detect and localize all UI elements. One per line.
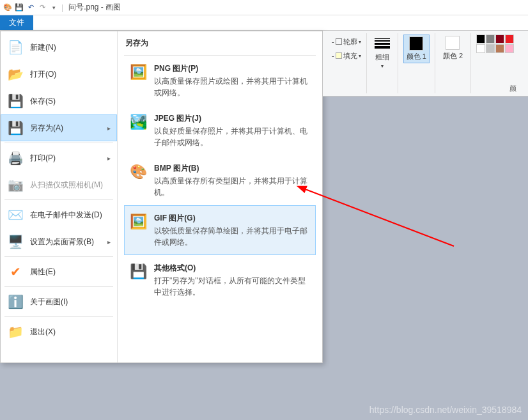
undo-icon[interactable]: ↶ [26,3,36,13]
printer-icon: 🖨️ [7,150,24,166]
file-menu-left: 📄 新建(N) 📂 打开(O) 💾 保存(S) 💾 另存为(A) ▸ 🖨️ 打印… [1,31,118,362]
menu-label: 在电子邮件中发送(D) [30,210,102,221]
menu-open[interactable]: 📂 打开(O) [1,61,117,88]
save-icon[interactable]: 💾 [14,3,24,13]
new-file-icon: 📄 [7,39,24,56]
menu-label: 保存(S) [30,96,56,107]
menu-email[interactable]: ✉️ 在电子邮件中发送(D) [1,201,117,228]
menu-label: 退出(X) [30,327,56,338]
saveas-bmp[interactable]: 🎨 BMP 图片(B) 以高质量保存所有类型图片，并将其用于计算机。 [124,155,316,205]
separator [4,256,113,257]
saveas-other[interactable]: 💾 其他格式(O) 打开"另存为"对话框，从所有可能的文件类型中进行选择。 [124,255,316,305]
colors-group-label: 颜 [471,84,519,93]
separator [4,143,113,143]
ribbon-group-color2: 颜色 2 [435,33,471,93]
color2-swatch [446,36,460,50]
saveas-png[interactable]: 🖼️ PNG 图片(P) 以高质量保存照片或绘图，并将其用于计算机或网络。 [124,56,316,105]
exit-icon: 📁 [7,323,24,340]
email-icon: ✉️ [7,206,24,223]
save-disk-icon: 💾 [7,93,24,109]
menu-label: 新建(N) [30,42,56,53]
palette-swatch[interactable] [495,35,504,43]
separator [4,286,113,287]
ribbon-group-palette: 颜 [471,33,519,93]
menu-label: 属性(E) [30,267,56,277]
menu-label: 打印(P) [30,153,56,164]
palette-swatch[interactable] [495,44,504,53]
menu-save[interactable]: 💾 保存(S) [1,88,117,114]
saveas-gif[interactable]: 🖼️ GIF 图片(G) 以较低质量保存简单绘图，并将其用于电子邮件或网络。 [124,205,316,255]
menu-about[interactable]: ℹ️ 关于画图(I) [1,288,117,315]
saveas-text: 其他格式(O) 打开"另存为"对话框，从所有可能的文件类型中进行选择。 [154,262,311,298]
ribbon-group-thickness: 粗细 ▾ [367,33,398,93]
file-menu: 📄 新建(N) 📂 打开(O) 💾 保存(S) 💾 另存为(A) ▸ 🖨️ 打印… [0,31,323,363]
gif-file-icon: 🖼️ [128,212,148,231]
ribbon-tabs: 文件 [0,15,528,31]
saveas-submenu: 另存为 🖼️ PNG 图片(P) 以高质量保存照片或绘图，并将其用于计算机或网络… [118,31,322,362]
color1-button[interactable]: 颜色 1 [403,35,430,63]
menu-print[interactable]: 🖨️ 打印(P) ▸ [1,144,117,171]
bmp-file-icon: 🎨 [128,162,148,182]
outline-dropdown[interactable]: - 轮廓 ▾ [332,35,361,49]
desktop-icon: 🖥️ [7,233,24,250]
separator [4,199,113,200]
submenu-arrow-icon: ▸ [107,155,111,162]
saveas-header: 另存为 [124,35,316,56]
submenu-arrow-icon: ▸ [107,125,111,132]
ribbon-group-color1: 颜色 1 [398,33,435,93]
separator: | [61,3,63,12]
file-tab[interactable]: 文件 [0,15,33,30]
saveas-text: JPEG 图片(J) 以良好质量保存照片，并将其用于计算机、电子邮件或网络。 [154,113,311,148]
palette-swatch[interactable] [486,35,495,43]
separator [4,316,113,317]
menu-label: 打开(O) [30,69,56,80]
watermark: https://blog.csdn.net/weixin_39518984 [369,405,522,415]
menu-label: 关于画图(I) [30,297,68,307]
saveas-text: GIF 图片(G) 以较低质量保存简单绘图，并将其用于电子邮件或网络。 [154,212,311,248]
info-icon: ℹ️ [7,293,24,310]
thickness-button[interactable]: 粗细 ▾ [372,35,392,70]
scanner-icon: 📷 [7,176,24,193]
palette-swatch[interactable] [486,44,495,53]
color-palette[interactable] [476,35,514,53]
app-icon: 🎨 [3,3,13,13]
menu-scanner[interactable]: 📷 从扫描仪或照相机(M) [1,171,117,198]
palette-swatch[interactable] [505,44,514,53]
customize-icon[interactable]: ▾ [49,3,59,13]
png-file-icon: 🖼️ [128,63,148,82]
saveas-text: BMP 图片(B) 以高质量保存所有类型图片，并将其用于计算机。 [154,162,311,198]
color1-swatch [409,36,423,51]
title-bar: 🎨 💾 ↶ ↷ ▾ | 问号.png - 画图 [0,0,528,15]
window-title: 问号.png - 画图 [68,2,121,13]
quick-access-toolbar: 🎨 💾 ↶ ↷ ▾ [3,3,59,13]
saveas-jpeg[interactable]: 🏞️ JPEG 图片(J) 以良好质量保存照片，并将其用于计算机、电子邮件或网络… [124,105,316,155]
check-icon: ✔ [7,263,24,280]
saveas-text: PNG 图片(P) 以高质量保存照片或绘图，并将其用于计算机或网络。 [154,63,311,98]
submenu-arrow-icon: ▸ [107,238,111,245]
ribbon-group-shape-outline: - 轮廓 ▾ - 填充 ▾ [327,33,367,93]
menu-desktop-bg[interactable]: 🖥️ 设置为桌面背景(B) ▸ [1,228,117,255]
saveas-icon: 💾 [7,120,24,136]
open-folder-icon: 📂 [7,66,24,82]
menu-new[interactable]: 📄 新建(N) [1,34,117,61]
menu-label: 从扫描仪或照相机(M) [30,180,103,191]
color2-button[interactable]: 颜色 2 [440,35,465,62]
menu-label: 设置为桌面背景(B) [30,237,94,247]
palette-swatch[interactable] [505,35,514,43]
menu-exit[interactable]: 📁 退出(X) [1,318,117,345]
menu-label: 另存为(A) [30,123,63,134]
fill-dropdown[interactable]: - 填充 ▾ [332,49,361,63]
menu-saveas[interactable]: 💾 另存为(A) ▸ [1,114,117,141]
palette-swatch[interactable] [476,44,485,53]
redo-icon[interactable]: ↷ [37,3,47,13]
palette-swatch[interactable] [476,35,485,43]
menu-properties[interactable]: ✔ 属性(E) [1,258,117,285]
other-file-icon: 💾 [128,262,148,281]
ribbon-partial: - 轮廓 ▾ - 填充 ▾ 粗细 ▾ 颜色 1 [323,31,528,97]
jpeg-file-icon: 🏞️ [128,113,148,132]
